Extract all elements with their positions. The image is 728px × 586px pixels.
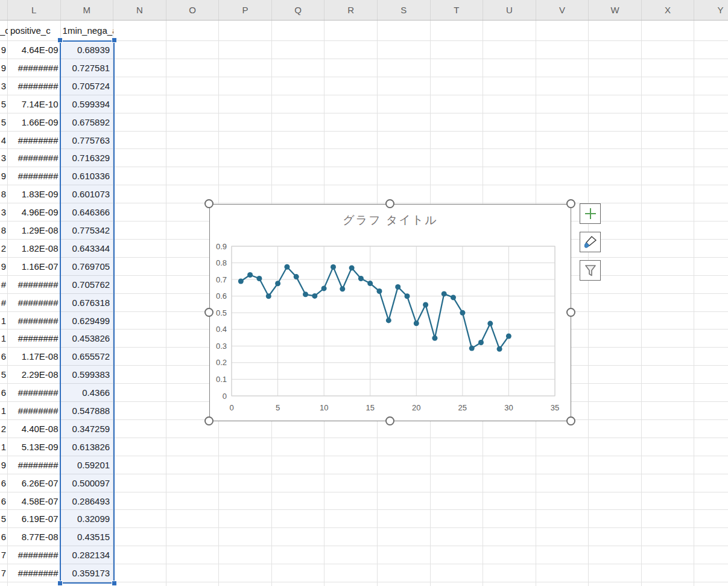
chart-data-point[interactable] [487,321,493,326]
chart-resize-handle[interactable] [566,308,575,317]
cell-l-value[interactable]: 4.96E-09 [8,203,61,221]
selection-drag-handle[interactable] [112,37,117,43]
cell-header-1min-nega-ave[interactable]: 1min_nega_ave [61,21,114,41]
cell-k-clipped[interactable]: 6 [0,348,8,366]
cell-l-value[interactable]: 1.17E-08 [8,348,61,366]
cell-l-value[interactable]: ######## [8,167,61,185]
column-header-y[interactable]: Y [694,0,728,20]
chart-data-point[interactable] [469,346,475,351]
chart-resize-handle[interactable] [566,199,575,208]
chart-data-point[interactable] [460,310,465,316]
cell-m-value[interactable]: 0.643344 [61,240,114,258]
cell-k-clipped[interactable]: # [0,276,8,294]
cell-m-value[interactable]: 0.646366 [61,203,114,221]
cell-l-value[interactable]: 5.13E-09 [8,438,61,456]
chart-data-point[interactable] [321,285,327,291]
column-header-o[interactable]: O [166,0,220,20]
selection-drag-handle[interactable] [57,37,63,43]
cell-k-clipped[interactable]: 6 [0,528,8,546]
cell-k-clipped[interactable]: 7 [0,546,8,564]
cell-l-value[interactable]: 1.16E-07 [8,258,61,276]
cell-m-value[interactable]: 0.601073 [61,185,114,203]
chart-data-point[interactable] [312,293,317,299]
cell-k-clipped[interactable]: 5 [0,366,8,384]
chart-elements-button[interactable] [580,203,601,224]
cell-l-value[interactable]: 1.83E-09 [8,185,61,203]
cell-k-clipped[interactable]: 9 [0,258,8,276]
chart-resize-handle[interactable] [204,308,214,317]
cell-m-value[interactable]: 0.676318 [61,294,114,312]
chart-data-point[interactable] [275,281,280,286]
cell-l-value[interactable]: ######## [8,330,61,348]
column-header-v[interactable]: V [536,0,589,20]
cell-l-value[interactable]: ######## [8,59,61,77]
cell-k-clipped[interactable]: 9 [0,41,8,59]
chart-data-point[interactable] [266,293,271,299]
cell-k-clipped[interactable]: 4 [0,132,8,150]
cell-l-value[interactable]: 2.29E-08 [8,366,61,384]
cell-k-clipped[interactable]: 2 [0,240,8,258]
cell-k-clipped[interactable]: 8 [0,185,8,203]
cell-m-value[interactable]: 0.629499 [61,312,114,330]
cell-m-value[interactable]: 0.282134 [61,546,114,564]
cell-l-value[interactable]: 8.77E-08 [8,528,61,546]
cell-k-clipped[interactable]: 3 [0,77,8,95]
cell-m-value[interactable]: 0.599394 [61,95,114,113]
cell-m-value[interactable]: 0.43515 [61,528,114,546]
cell-m-value[interactable]: 0.547888 [61,402,114,420]
cell-l-value[interactable]: ######## [8,276,61,294]
chart-styles-button[interactable] [580,232,601,252]
cell-m-value[interactable]: 0.4366 [61,384,114,402]
column-header-s[interactable]: S [378,0,431,20]
chart-data-point[interactable] [294,274,299,279]
cell-l-value[interactable]: ######## [8,294,61,312]
chart-data-point[interactable] [395,284,400,290]
cell-m-value[interactable]: 0.59201 [61,456,114,474]
chart-data-point[interactable] [349,265,355,270]
cell-l-value[interactable]: ######## [8,546,61,564]
selection-drag-handle[interactable] [57,581,63,586]
chart-resize-handle[interactable] [385,416,394,425]
chart-data-point[interactable] [497,346,502,352]
chart-data-point[interactable] [432,336,437,341]
chart-resize-handle[interactable] [566,416,575,425]
cell-k-clipped[interactable]: 8 [0,221,8,240]
cell-k-clipped[interactable]: 9 [0,456,8,474]
cell-m-value[interactable]: 0.286493 [61,492,114,511]
cell-k-clipped[interactable]: 6 [0,492,8,511]
cell-l-value[interactable]: ######## [8,149,61,167]
cell-k-clipped[interactable]: 1 [0,330,8,348]
cell-k-clipped[interactable]: 7 [0,564,8,582]
chart-data-point[interactable] [358,276,364,281]
cell-k-clipped[interactable]: 6 [0,384,8,402]
cell-l-value[interactable]: 1.29E-08 [8,221,61,240]
cell-l-value[interactable]: 7.14E-10 [8,95,61,113]
cell-k-clipped[interactable]: 6 [0,474,8,492]
cell-l-value[interactable]: ######## [8,312,61,330]
cell-m-value[interactable]: 0.705762 [61,276,114,294]
cell-m-value[interactable]: 0.32099 [61,510,114,528]
chart-data-point[interactable] [256,276,262,281]
cell-l-value[interactable]: 1.82E-08 [8,240,61,258]
chart-resize-handle[interactable] [204,199,214,208]
cell-m-value[interactable]: 0.675892 [61,113,114,132]
cell-k-clipped[interactable]: 5 [0,510,8,528]
cell-k-clipped[interactable]: 3 [0,203,8,221]
cell-l-value[interactable]: 4.64E-09 [8,41,61,59]
chart-data-point[interactable] [478,340,484,345]
column-header-n[interactable]: N [113,0,166,20]
column-header-m[interactable]: M [61,0,114,20]
cell-l-value[interactable]: ######## [8,77,61,95]
cell-k-clipped[interactable]: 1 [0,312,8,330]
chart-data-point[interactable] [414,320,419,326]
column-header-u[interactable]: U [483,0,536,20]
column-header-q[interactable]: Q [272,0,325,20]
chart[interactable]: グラフ タイトル 00.10.20.30.40.50.60.70.80.9051… [209,204,571,421]
column-header-r[interactable]: R [324,0,378,20]
cell-l-value[interactable]: ######## [8,564,61,582]
cell-m-value[interactable]: 0.359173 [61,564,114,582]
cell-k-clipped[interactable]: 1 [0,438,8,456]
cell-m-value[interactable]: 0.775763 [61,132,114,150]
chart-resize-handle[interactable] [385,199,394,208]
cell-k-clipped[interactable]: # [0,294,8,312]
